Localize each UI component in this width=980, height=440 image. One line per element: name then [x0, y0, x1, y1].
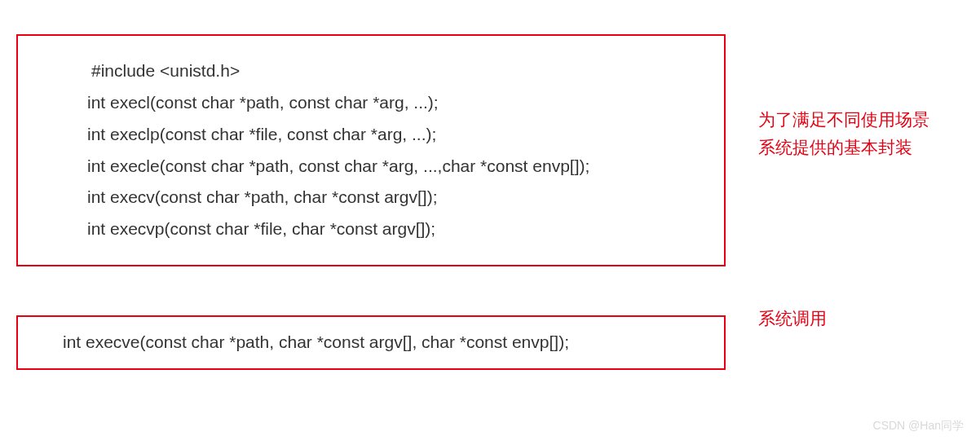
annotation-syscall: 系统调用: [758, 305, 827, 332]
annotation-wrappers-line1: 为了满足不同使用场景: [758, 106, 929, 134]
code-line-include: #include <unistd.h>: [42, 55, 700, 87]
code-line-execve: int execve(const char *path, char *const…: [42, 327, 700, 359]
code-box-exec-functions: #include <unistd.h> int execl(const char…: [16, 34, 726, 266]
code-line-execvp: int execvp(const char *file, char *const…: [42, 213, 700, 245]
code-line-execle: int execle(const char *path, const char …: [42, 151, 700, 183]
code-line-execlp: int execlp(const char *file, const char …: [42, 119, 700, 151]
annotation-wrappers: 为了满足不同使用场景 系统提供的基本封装: [758, 106, 929, 161]
code-line-execv: int execv(const char *path, char *const …: [42, 182, 700, 213]
row-execve: int execve(const char *path, char *const…: [0, 266, 980, 370]
annotation-wrappers-line2: 系统提供的基本封装: [758, 134, 929, 161]
code-box-execve: int execve(const char *path, char *const…: [16, 315, 726, 370]
row-exec-wrappers: #include <unistd.h> int execl(const char…: [0, 0, 980, 266]
watermark: CSDN @Han同学: [873, 419, 964, 433]
code-line-execl: int execl(const char *path, const char *…: [42, 87, 700, 119]
